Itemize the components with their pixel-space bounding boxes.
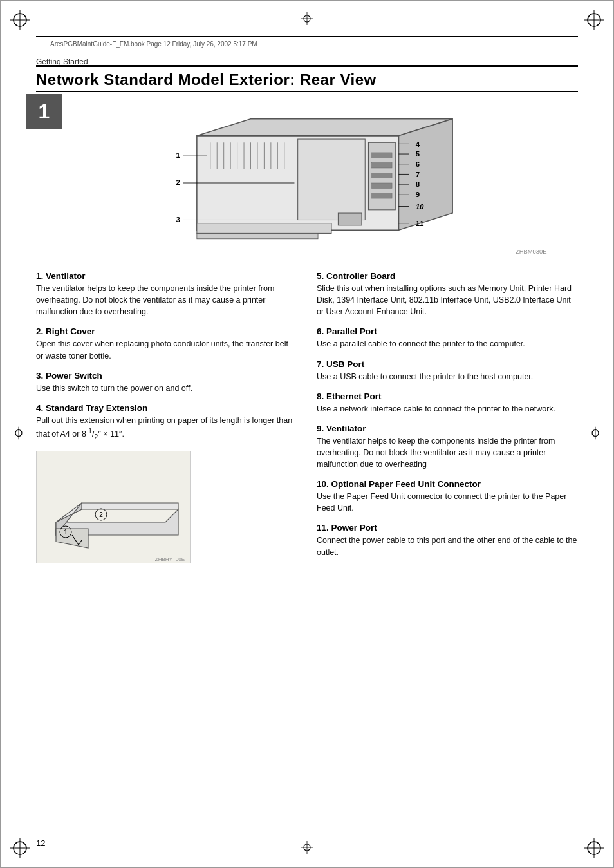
svg-rect-33 (197, 233, 318, 238)
title-rule (36, 91, 578, 92)
svg-text:3: 3 (176, 216, 180, 223)
section-1-body: The ventilator helps to keep the compone… (36, 283, 297, 317)
section-10-heading: 10. Optional Paper Feed Unit Connector (317, 479, 578, 489)
section-2: 2. Right Cover Open this cover when repl… (36, 326, 297, 361)
section-1-heading: 1. Ventilator (36, 271, 297, 281)
section-2-body: Open this cover when replacing photo con… (36, 338, 297, 361)
section-8: 8. Ethernet Port Use a network interface… (317, 392, 578, 415)
section-11-heading: 11. Power Port (317, 523, 578, 533)
corner-tl (7, 7, 33, 33)
section-4: 4. Standard Tray Extension Pull out this… (36, 403, 297, 442)
section-5-body: Slide this out when installing options s… (317, 283, 578, 317)
section-8-heading: 8. Ethernet Port (317, 392, 578, 401)
svg-text:1: 1 (64, 529, 68, 536)
section-11: 11. Power Port Connect the power cable t… (317, 523, 578, 558)
tray-image: 2 1 ZHBHYT00E (36, 451, 191, 563)
svg-text:9: 9 (416, 191, 420, 198)
svg-text:2: 2 (176, 178, 180, 186)
section-9-body: The ventilator helps to keep the compone… (317, 435, 578, 470)
section-7-body: Use a USB cable to connect the printer t… (317, 371, 578, 382)
section-9-heading: 9. Ventilator (317, 424, 578, 433)
section-3-body: Use this switch to turn the power on and… (36, 382, 297, 394)
svg-rect-28 (372, 173, 392, 178)
left-column: 1. Ventilator The ventilator helps to ke… (36, 271, 297, 567)
svg-rect-32 (197, 223, 331, 234)
svg-text:1: 1 (176, 151, 180, 159)
page-number: 12 (36, 838, 45, 848)
section-10: 10. Optional Paper Feed Unit Connector U… (317, 479, 578, 514)
section-4-body: Pull out this extension when printing on… (36, 415, 297, 442)
section-6-body: Use a parallel cable to connect the prin… (317, 338, 578, 350)
crosshair-icon (36, 39, 45, 48)
svg-text:4: 4 (416, 140, 420, 148)
section-5: 5. Controller Board Slide this out when … (317, 271, 578, 317)
svg-rect-31 (338, 213, 362, 225)
svg-text:11: 11 (416, 220, 424, 227)
tray-image-svg: 2 1 ZHBHYT00E (37, 451, 191, 563)
right-column: 5. Controller Board Slide this out when … (317, 271, 578, 567)
header-bar: AresPGBMaintGuide-F_FM.book Page 12 Frid… (36, 36, 578, 48)
section-5-heading: 5. Controller Board (317, 271, 578, 281)
svg-text:10: 10 (416, 203, 424, 211)
section-7: 7. USB Port Use a USB cable to connect t… (317, 359, 578, 382)
svg-rect-29 (372, 183, 392, 188)
section-11-body: Connect the power cable to this port and… (317, 534, 578, 558)
svg-rect-24 (298, 139, 366, 220)
section-4-heading: 4. Standard Tray Extension (36, 403, 297, 413)
chapter-box: 1 (26, 94, 62, 129)
diagram-svg: 1 2 3 4 5 6 7 (71, 109, 578, 257)
right-center-crosshair (589, 427, 602, 442)
section-2-heading: 2. Right Cover (36, 326, 297, 336)
content-area: 1. Ventilator The ventilator helps to ke… (36, 271, 578, 567)
section-10-body: Use the Paper Feed Unit connector to con… (317, 491, 578, 514)
svg-text:ZHBHYT00E: ZHBHYT00E (155, 556, 185, 562)
corner-br (581, 835, 607, 861)
svg-text:ZHBM030E: ZHBM030E (516, 248, 547, 255)
chapter-number: 1 (39, 100, 50, 124)
top-center-crosshair (301, 12, 313, 27)
svg-rect-26 (372, 153, 392, 158)
page-title: Network Standard Model Exterior: Rear Vi… (36, 71, 578, 89)
section-6: 6. Parallel Port Use a parallel cable to… (317, 326, 578, 350)
corner-tr (581, 7, 607, 33)
svg-text:2: 2 (99, 511, 103, 518)
svg-text:6: 6 (416, 160, 420, 168)
section-8-body: Use a network interface cable to connect… (317, 403, 578, 415)
section-3-heading: 3. Power Switch (36, 371, 297, 381)
file-info: AresPGBMaintGuide-F_FM.book Page 12 Frid… (50, 41, 257, 48)
page-outer: AresPGBMaintGuide-F_FM.book Page 12 Frid… (0, 0, 614, 868)
section-9: 9. Ventilator The ventilator helps to ke… (317, 424, 578, 470)
svg-text:8: 8 (416, 180, 420, 188)
svg-text:5: 5 (416, 150, 420, 158)
section-3: 3. Power Switch Use this switch to turn … (36, 371, 297, 394)
main-title-block: Network Standard Model Exterior: Rear Vi… (36, 65, 578, 92)
svg-text:7: 7 (416, 171, 420, 178)
corner-bl (7, 835, 33, 861)
section-6-heading: 6. Parallel Port (317, 326, 578, 336)
section-7-heading: 7. USB Port (317, 359, 578, 369)
bottom-center-crosshair (301, 841, 313, 856)
svg-rect-27 (372, 163, 392, 168)
section-1: 1. Ventilator The ventilator helps to ke… (36, 271, 297, 317)
svg-rect-30 (372, 193, 392, 198)
diagram-area: 1 2 3 4 5 6 7 (71, 109, 578, 257)
left-center-crosshair (12, 427, 25, 442)
